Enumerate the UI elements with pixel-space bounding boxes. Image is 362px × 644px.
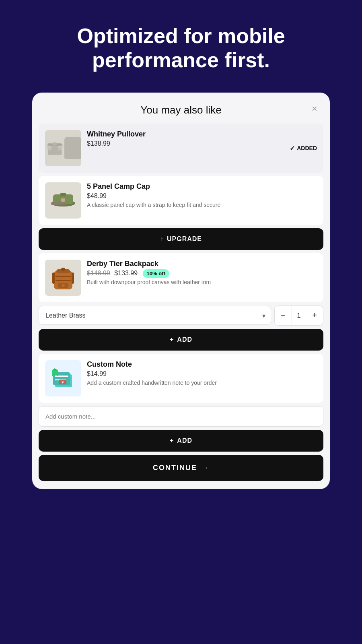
product-name-backpack: Derby Tier Backpack	[87, 260, 317, 268]
quantity-decrease-button[interactable]: −	[275, 306, 292, 325]
svg-rect-12	[61, 198, 65, 202]
product-name-whitney: Whitney Pullover	[87, 130, 317, 138]
continue-icon: →	[201, 464, 209, 472]
product-info-backpack: Derby Tier Backpack $148.99 $133.99 10% …	[87, 260, 317, 287]
variant-select-backpack[interactable]: Leather Brass Black Olive Navy Blue	[39, 306, 271, 325]
original-price-backpack: $148.99	[87, 270, 110, 277]
add-note-button[interactable]: + ADD	[39, 430, 323, 452]
svg-marker-27	[52, 368, 58, 370]
product-desc-cap: A classic panel cap with a strap to keep…	[87, 201, 317, 209]
custom-note-input[interactable]	[39, 406, 323, 427]
close-button[interactable]: ×	[308, 102, 321, 115]
product-price-whitney: $138.99	[87, 140, 317, 147]
product-info-note: Custom Note $14.99 Add a custom crafted …	[87, 360, 317, 387]
continue-label: CONTINUE	[153, 464, 197, 472]
product-price-cap: $48.99	[87, 192, 317, 200]
svg-text:♥: ♥	[62, 380, 64, 384]
modal-header: You may also like ×	[32, 93, 330, 124]
svg-rect-17	[56, 280, 71, 281]
add-note-icon: +	[170, 437, 174, 444]
modal-title: You may also like	[140, 104, 221, 116]
product-desc-backpack: Built with downpour proof canvas with le…	[87, 279, 317, 287]
added-label: ADDED	[297, 145, 317, 151]
product-name-cap: 5 Panel Camp Cap	[87, 182, 317, 191]
product-thumbnail-backpack	[45, 260, 81, 296]
quantity-value: 1	[292, 306, 306, 325]
upgrade-label: UPGRADE	[167, 235, 202, 243]
upgrade-icon: ↑	[160, 235, 164, 243]
svg-rect-24	[55, 376, 68, 377]
svg-rect-10	[51, 202, 66, 205]
add-backpack-button[interactable]: + ADD	[39, 329, 323, 351]
add-backpack-label: ADD	[177, 336, 192, 343]
variant-select-wrapper: Leather Brass Black Olive Navy Blue	[39, 306, 271, 325]
svg-rect-21	[72, 272, 74, 284]
product-price-note: $14.99	[87, 370, 317, 378]
add-backpack-icon: +	[170, 336, 174, 343]
product-info-whitney: Whitney Pullover $138.99	[87, 130, 317, 149]
product-item-camp-cap: 5 Panel Camp Cap $48.99 A classic panel …	[39, 176, 323, 225]
discount-badge-backpack: 10% off	[143, 269, 169, 278]
checkmark-icon: ✓	[290, 144, 295, 152]
sweater-icon	[45, 134, 64, 162]
backpack-icon	[49, 264, 77, 292]
variant-row-backpack: Leather Brass Black Olive Navy Blue − 1 …	[39, 305, 323, 326]
hero-title: Optimized for mobile performance first.	[40, 24, 322, 72]
continue-button[interactable]: CONTINUE →	[39, 455, 323, 481]
cap-icon	[49, 186, 77, 215]
modal-card: You may also like × Whitney Pullover $13…	[32, 93, 330, 489]
product-info-cap: 5 Panel Camp Cap $48.99 A classic panel …	[87, 182, 317, 209]
svg-rect-16	[56, 276, 71, 277]
product-thumbnail-whitney	[45, 130, 81, 166]
product-item-custom-note: ♥ Custom Note $14.99 Add a custom crafte…	[39, 354, 323, 403]
product-desc-note: Add a custom crafted handwritten note to…	[87, 379, 317, 387]
close-icon: ×	[312, 103, 317, 114]
note-icon: ♥	[49, 364, 77, 392]
product-item-backpack: Derby Tier Backpack $148.99 $133.99 10% …	[39, 253, 323, 302]
svg-point-19	[62, 284, 65, 287]
svg-rect-20	[52, 272, 55, 284]
product-item-whitney-pullover: Whitney Pullover $138.99 ✓ ADDED	[39, 124, 323, 173]
product-name-note: Custom Note	[87, 360, 317, 369]
quantity-control-backpack: − 1 +	[274, 305, 323, 326]
svg-rect-11	[60, 193, 66, 196]
add-note-label: ADD	[177, 437, 192, 444]
product-thumbnail-cap	[45, 182, 81, 219]
upgrade-button[interactable]: ↑ UPGRADE	[39, 228, 323, 250]
svg-point-4	[52, 142, 58, 145]
quantity-increase-button[interactable]: +	[306, 306, 323, 325]
product-thumbnail-note: ♥	[45, 360, 81, 396]
discounted-price-backpack: $133.99	[114, 270, 138, 277]
product-price-backpack: $148.99 $133.99 10% off	[87, 270, 317, 277]
added-badge: ✓ ADDED	[290, 144, 317, 152]
svg-rect-15	[61, 268, 65, 271]
